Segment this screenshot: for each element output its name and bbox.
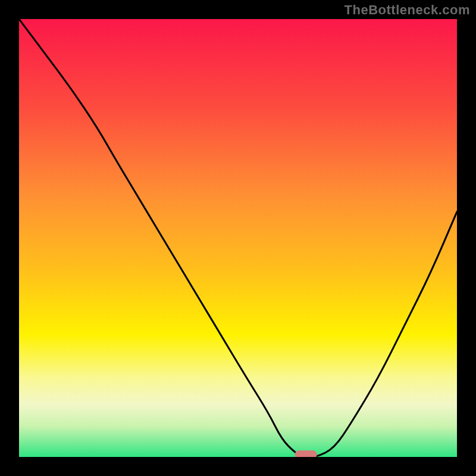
chart-svg	[19, 19, 457, 457]
gradient-background	[19, 19, 457, 457]
chart-frame: TheBottleneck.com	[0, 0, 476, 476]
watermark-text: TheBottleneck.com	[345, 2, 470, 18]
balance-marker	[295, 450, 317, 457]
plot-area	[19, 19, 457, 457]
